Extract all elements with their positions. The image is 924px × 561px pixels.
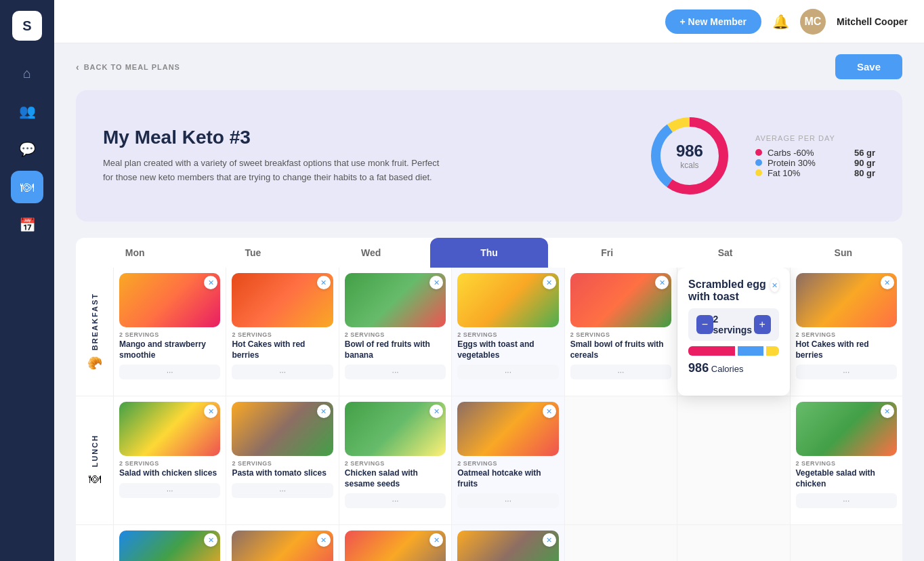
meal-name: Vegetable salad with chicken [796, 468, 897, 489]
meal-options-button[interactable]: ··· [457, 365, 558, 379]
sidebar-item-meals[interactable]: 🍽 [11, 171, 43, 203]
remove-meal-button[interactable]: ✕ [543, 276, 556, 289]
row-icon: 🥐 [87, 356, 102, 371]
avatar: MC [800, 9, 826, 35]
sidebar-item-home[interactable]: ⌂ [11, 57, 43, 89]
protein-bar-seg [738, 346, 763, 356]
remove-meal-button[interactable]: ✕ [317, 276, 331, 289]
day-tab-mon[interactable]: Mon [76, 238, 194, 268]
remove-meal-button[interactable]: ✕ [655, 276, 669, 289]
day-tab-sun[interactable]: Sun [784, 238, 902, 268]
meal-cell [791, 525, 902, 561]
remove-meal-button[interactable]: ✕ [317, 404, 331, 418]
row-label-lunch: Lunch🍽 [76, 396, 113, 525]
logo: S [12, 11, 42, 41]
hero-text: My Meal Keto #3 Meal plan created with a… [103, 127, 618, 185]
meal-cell [677, 396, 789, 525]
row-icon: 🍽 [89, 472, 101, 486]
meal-grid: Breakfast🥐Lunch🍽Dinner🍴 ✕ 2 SERVINGS Man… [76, 268, 902, 561]
meal-name: Mango and strawberry smoothie [119, 339, 220, 360]
remove-meal-button[interactable]: ✕ [881, 404, 894, 418]
legend-protein: Protein 30% 90 gr [755, 158, 875, 168]
servings-label: 2 SERVINGS [345, 331, 446, 338]
calorie-info: 986 Calories [688, 361, 778, 375]
servings-label: 2 SERVINGS [345, 460, 446, 467]
meal-cell [565, 525, 677, 561]
meal-options-button[interactable]: ··· [796, 365, 897, 379]
serving-count: 2 servings [713, 314, 755, 335]
servings-label: 2 SERVINGS [796, 331, 897, 338]
remove-meal-button[interactable]: ✕ [881, 276, 894, 289]
protein-label: Protein 30% [768, 158, 849, 168]
sidebar: S ⌂ 👥 💬 🍽 📅 [0, 0, 54, 561]
meal-cell: ✕ 2 SERVINGS Mango and strawberry smooth… [114, 268, 226, 396]
day-column-sat: Scrambled egg with toast ✕ − 2 servings … [677, 268, 790, 561]
calorie-value: 986 [688, 361, 709, 375]
overlay-close-button[interactable]: ✕ [770, 278, 778, 292]
servings-label: 2 SERVINGS [457, 331, 558, 338]
meal-options-button[interactable]: ··· [570, 365, 671, 379]
meal-cell: ✕ 2 SERVINGS Hot Cakes with red berries … [791, 268, 902, 396]
carbs-grams: 56 gr [854, 148, 875, 158]
avg-label: AVERAGE PER DAY [755, 134, 875, 142]
sidebar-item-calendar[interactable]: 📅 [11, 209, 43, 241]
kcal-value: 986 [676, 142, 703, 161]
fat-grams: 80 gr [854, 168, 875, 178]
row-label-dinner: Dinner🍴 [76, 525, 113, 561]
meal-cell: ✕ 2 SERVINGS Hot Cakes with red berries … [226, 268, 338, 396]
meal-options-button[interactable]: ··· [232, 365, 333, 379]
day-tab-tue[interactable]: Tue [194, 238, 312, 268]
meal-name: Eggs with toast and vegetables [457, 339, 558, 360]
kcal-unit: kcals [676, 161, 703, 170]
fat-bar-seg [766, 346, 779, 356]
meal-cell: ✕ 2 SERVINGS Eggs with toast and vegetab… [452, 268, 564, 396]
day-tab-thu[interactable]: Thu [430, 238, 548, 268]
servings-label: 2 SERVINGS [119, 331, 220, 338]
legend-fat: Fat 10% 80 gr [755, 168, 875, 178]
meal-name: Pasta with tomato slices [232, 468, 333, 479]
breadcrumb[interactable]: ‹ BACK TO MEAL PLANS [76, 62, 180, 72]
day-tab-fri[interactable]: Fri [548, 238, 666, 268]
servings-label: 2 SERVINGS [119, 460, 220, 467]
meal-options-button[interactable]: ··· [345, 365, 446, 379]
day-column-thu: ✕ 2 SERVINGS Eggs with toast and vegetab… [452, 268, 564, 561]
row-label-text: Lunch [91, 434, 99, 468]
fat-label: Fat 10% [768, 168, 849, 178]
legend: AVERAGE PER DAY Carbs -60% 56 gr Protein… [755, 134, 875, 178]
save-button[interactable]: Save [835, 54, 902, 79]
remove-meal-button[interactable]: ✕ [543, 404, 556, 418]
decrease-servings-button[interactable]: − [696, 315, 713, 334]
protein-grams: 90 gr [854, 158, 875, 168]
remove-meal-button[interactable]: ✕ [543, 533, 556, 547]
row-label-breakfast: Breakfast🥐 [76, 268, 113, 396]
carbs-dot [755, 149, 762, 156]
meal-options-button[interactable]: ··· [119, 483, 220, 498]
day-tab-sat[interactable]: Sat [666, 238, 784, 268]
breadcrumb-bar: ‹ BACK TO MEAL PLANS Save [54, 43, 924, 90]
servings-label: 2 SERVINGS [570, 331, 671, 338]
increase-servings-button[interactable]: + [754, 315, 770, 334]
meal-options-button[interactable]: ··· [119, 365, 220, 379]
meal-cell: ✕ 2 SERVINGS ··· [114, 525, 226, 561]
day-column-tue: ✕ 2 SERVINGS Hot Cakes with red berries … [226, 268, 339, 561]
carbs-label: Carbs -60% [768, 148, 849, 158]
meal-options-button[interactable]: ··· [457, 493, 558, 508]
meal-options-button[interactable]: ··· [345, 493, 446, 508]
remove-meal-button[interactable]: ✕ [317, 533, 331, 547]
back-label: BACK TO MEAL PLANS [84, 63, 180, 71]
meal-cell: ✕ 2 SERVINGS Small bowl of fruits with c… [565, 268, 677, 396]
new-member-button[interactable]: + New Member [665, 9, 761, 34]
notifications-icon[interactable]: 🔔 [772, 14, 789, 30]
meal-options-button[interactable]: ··· [796, 493, 897, 508]
donut-center: 986 kcals [676, 142, 703, 170]
sidebar-item-chat[interactable]: 💬 [11, 133, 43, 165]
meal-name: Salad with chicken slices [119, 468, 220, 479]
fat-dot [755, 169, 762, 176]
main-content: + New Member 🔔 MC Mitchell Cooper ‹ BACK… [54, 0, 924, 561]
sidebar-item-people[interactable]: 👥 [11, 95, 43, 127]
page: ‹ BACK TO MEAL PLANS Save My Meal Keto #… [54, 43, 924, 561]
servings-label: 2 SERVINGS [457, 460, 558, 467]
meal-options-button[interactable]: ··· [232, 483, 333, 498]
meal-cell: ✕ 2 SERVINGS Vegetable salad with chicke… [791, 396, 902, 525]
day-tab-wed[interactable]: Wed [312, 238, 430, 268]
